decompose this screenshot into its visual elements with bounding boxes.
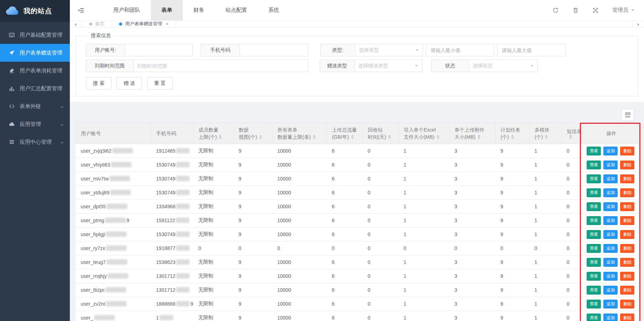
sidebar-item-5[interactable]: 表单外链 [0,97,70,115]
delete-button[interactable]: 删除 [620,160,634,169]
delete-button[interactable]: 删除 [620,230,634,239]
delete-button[interactable]: 删除 [620,174,634,183]
refresh-icon[interactable] [552,7,559,14]
delete-button[interactable]: 删除 [620,202,634,211]
expire-range-input[interactable] [134,60,308,72]
sidebar-item-1[interactable]: 用户基础配置管理 [0,26,70,44]
append-button[interactable]: 追加 [603,244,618,253]
column-header-3[interactable]: 成员数量上限(个) [194,123,234,144]
sort-icon[interactable] [351,135,354,139]
tabs-scroll-left-icon[interactable]: ‹ [70,21,82,27]
delete-button[interactable]: 删除 [620,272,634,281]
cell-user-account: user_ytduj89 [76,186,151,200]
sort-icon[interactable] [313,135,316,139]
view-button[interactable]: 查看 [587,188,601,197]
view-button[interactable]: 查看 [587,272,601,281]
delete-button[interactable]: 删除 [620,244,634,253]
column-settings-icon[interactable] [621,109,634,121]
status-select[interactable]: 选择状态 [469,60,538,72]
append-button[interactable]: 追加 [603,230,618,239]
delete-button[interactable]: 删除 [620,258,634,267]
angle-brackets-icon [9,103,15,109]
topnav-item-3[interactable]: 财务 [183,0,215,21]
cell-actions: 查看追加删除 [582,172,638,186]
caret-down-icon [631,7,635,13]
column-header-7[interactable]: 回收站时间(天) [363,123,399,144]
fullscreen-icon[interactable] [592,7,599,14]
account-input[interactable] [125,44,193,56]
column-header-9[interactable]: 单个上传附件大小(MB) [449,123,495,144]
append-button[interactable]: 追加 [603,202,618,211]
sort-icon[interactable] [219,135,222,139]
column-header-4[interactable]: 数据视图(个) [233,123,272,144]
chevron-down-icon [414,63,418,69]
view-button[interactable]: 查看 [587,216,601,225]
topnav-item-2[interactable]: 表单 [151,0,183,21]
append-button[interactable]: 追加 [603,174,618,183]
append-button[interactable]: 追加 [603,314,618,321]
topnav-item-1[interactable]: 用户和团队 [103,0,151,21]
view-button[interactable]: 查看 [587,300,601,309]
column-header-8[interactable]: 导入单个Excel文件大小(MB) [398,123,449,144]
view-button[interactable]: 查看 [587,202,601,211]
delete-button[interactable]: 删除 [620,286,634,295]
tab-1[interactable]: 首页 [82,21,112,27]
delete-button[interactable]: 删除 [620,188,634,197]
view-button[interactable]: 查看 [587,286,601,295]
view-button[interactable]: 查看 [587,314,601,321]
view-button[interactable]: 查看 [587,174,601,183]
topnav-item-4[interactable]: 站点配置 [215,0,258,21]
tab-close-icon[interactable]: × [166,21,169,27]
type-select[interactable]: 选择类型 [355,44,423,56]
delete-button[interactable]: 删除 [620,147,634,156]
gift-type-select[interactable]: 选择赠送类型 [355,60,422,72]
column-header-12[interactable]: 短信条 [562,123,582,144]
collapse-menu-icon[interactable] [70,0,92,21]
sidebar-item-3[interactable]: 用户表单消耗管理 [0,62,70,80]
append-button[interactable]: 追加 [603,272,618,281]
sort-icon[interactable] [437,135,439,139]
delete-button[interactable]: 删除 [620,300,634,309]
delete-button[interactable]: 删除 [620,216,634,225]
admin-menu[interactable]: 管理员 [612,7,635,14]
append-button[interactable]: 追加 [603,188,618,197]
sort-icon[interactable] [569,135,572,139]
sort-icon[interactable] [388,135,391,139]
sort-icon[interactable] [545,135,548,139]
cell-value: 无限制 [194,144,234,158]
view-button[interactable]: 查看 [587,244,601,253]
gift-button[interactable]: 赠 送 [117,77,142,90]
min-value-input[interactable] [426,44,494,56]
reset-button[interactable]: 重 置 [147,77,173,90]
view-button[interactable]: 查看 [587,258,601,267]
append-button[interactable]: 追加 [603,216,618,225]
sort-icon[interactable] [478,135,480,139]
column-header-10[interactable]: 计划任务(个) [495,123,530,144]
tab-2[interactable]: 用户表单赠送管理× [112,21,176,27]
sidebar-item-7[interactable]: 应用中心管理 [0,133,70,151]
tabs-scroll-right-icon[interactable]: › [632,21,644,27]
phone-input[interactable] [240,44,308,56]
max-value-input[interactable] [497,44,566,56]
column-header-6[interactable]: 上传总流量(GB/年) [327,123,363,144]
view-button[interactable]: 查看 [587,160,601,169]
sort-icon[interactable] [259,135,262,139]
view-button[interactable]: 查看 [587,230,601,239]
cell-value: 0 [363,172,399,186]
sidebar-item-6[interactable]: 应用管理 [0,115,70,133]
column-header-11[interactable]: 多模块(个) [529,123,562,144]
sidebar-item-2[interactable]: 用户表单赠送管理 [0,44,70,62]
column-header-5[interactable]: 所有表单数据量上限(条) [272,123,327,144]
sidebar-item-4[interactable]: 用户汇总配置管理 [0,80,70,97]
append-button[interactable]: 追加 [603,258,618,267]
append-button[interactable]: 追加 [603,160,618,169]
trash-icon[interactable] [572,7,579,14]
search-button[interactable]: 搜 索 [86,77,112,90]
sort-icon[interactable] [511,135,514,139]
append-button[interactable]: 追加 [603,286,618,295]
view-button[interactable]: 查看 [587,147,601,156]
delete-button[interactable]: 删除 [620,314,634,321]
append-button[interactable]: 追加 [603,300,618,309]
topnav-item-5[interactable]: 系统 [258,0,290,21]
append-button[interactable]: 追加 [603,147,618,156]
